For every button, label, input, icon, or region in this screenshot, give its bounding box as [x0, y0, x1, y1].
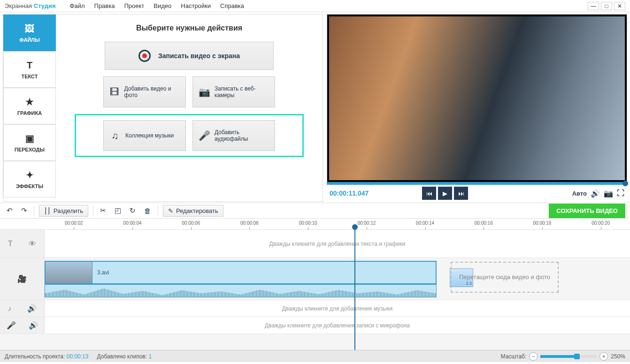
- timecode: 00:00:11.047: [330, 190, 369, 197]
- camera-icon: 🎥: [17, 274, 27, 283]
- panel-title: Выберите нужные действия: [75, 24, 304, 32]
- split-button[interactable]: ⎮⎮ Разделить: [39, 205, 88, 217]
- layers-icon: ▣: [25, 133, 34, 144]
- clip-thumbnail: [46, 262, 92, 283]
- snapshot-icon[interactable]: 📷: [604, 189, 613, 198]
- ruler-tick: 00:00:10: [279, 219, 338, 229]
- delete-icon[interactable]: 🗑: [142, 207, 153, 215]
- rotate-icon[interactable]: ↻: [128, 206, 138, 215]
- video-track-body[interactable]: 3.avi 2.0 Перетащите сюда видео и фото: [45, 258, 630, 300]
- ruler-tick: 00:00:12: [338, 219, 396, 229]
- menu-edit[interactable]: Правка: [90, 2, 120, 9]
- duration-label: Длительность проекта: 00:00:13: [5, 353, 88, 360]
- music-collection-button[interactable]: ♫ Коллекция музыки: [103, 120, 186, 151]
- music-track-body[interactable]: Дважды кликните для добавления музыки: [45, 300, 630, 317]
- separator: [158, 205, 158, 216]
- music-track-hint: Дважды кликните для добавления музыки: [45, 305, 630, 312]
- auto-label[interactable]: Авто: [572, 190, 587, 197]
- volume-icon[interactable]: 🔊: [27, 304, 37, 313]
- ruler-tick: 00:00:20: [571, 219, 630, 229]
- maximize-button[interactable]: □: [601, 2, 612, 10]
- undo-icon[interactable]: ↶: [5, 206, 15, 215]
- menu-help[interactable]: Справка: [215, 2, 249, 9]
- sidebar-tab-effects[interactable]: ✦ ЭФФЕКТЫ: [3, 161, 56, 197]
- redo-icon[interactable]: ↷: [19, 206, 29, 215]
- visibility-icon[interactable]: 👁: [29, 240, 36, 248]
- image-icon: 🖼: [25, 23, 34, 34]
- sidebar-label: ФАЙЛЫ: [19, 37, 39, 43]
- record-screen-button[interactable]: Записать видео с экрана: [105, 42, 274, 70]
- video-preview[interactable]: [327, 14, 627, 182]
- text-track-body[interactable]: Дважды кликните для добавления текста и …: [45, 230, 630, 258]
- audio-label: Добавить аудиофайлы: [215, 129, 269, 142]
- separator: [93, 205, 93, 216]
- text-track-hint: Дважды кликните для добавления текста и …: [45, 241, 630, 247]
- zoom-slider[interactable]: [540, 355, 597, 358]
- edit-button[interactable]: ✎ Редактировать: [163, 205, 223, 217]
- zoom-label: Масштаб:: [501, 353, 527, 360]
- sidebar-tab-graphics[interactable]: ★ ГРАФИКА: [3, 88, 56, 124]
- sidebar-label: ТЕКСТ: [21, 74, 38, 79]
- time-ruler[interactable]: 00:00:02 00:00:04 00:00:06 00:00:08 00:0…: [0, 219, 630, 230]
- wand-icon: ✦: [26, 169, 34, 181]
- play-button[interactable]: ▶: [438, 187, 452, 200]
- menu-project[interactable]: Проект: [119, 2, 149, 9]
- record-label: Записать видео с экрана: [158, 52, 240, 60]
- highlighted-group: ♫ Коллекция музыки 🎤 Добавить аудиофайлы: [75, 114, 304, 157]
- sidebar-tab-files[interactable]: 🖼 ФАЙЛЫ: [3, 15, 56, 51]
- cut-icon[interactable]: ✂: [98, 206, 108, 215]
- ruler-tick: 00:00:14: [396, 219, 454, 229]
- timeline: T 👁 Дважды кликните для добавления текст…: [0, 230, 630, 350]
- menu-bar: Экранная Студия Файл Правка Проект Видео…: [0, 0, 630, 12]
- film-icon: 🎞: [109, 87, 120, 98]
- clip-waveform[interactable]: [45, 284, 437, 297]
- add-media-button[interactable]: 🎞 Добавить видео и фото: [103, 76, 186, 107]
- clips-label: Добавлено клипов: 1: [97, 353, 152, 360]
- playback-progress[interactable]: [327, 182, 627, 185]
- menu-settings[interactable]: Настройки: [176, 2, 215, 9]
- music-track: ♪ 🔊 Дважды кликните для добавления музык…: [0, 300, 630, 317]
- clips-label-text: Добавлено клипов:: [97, 353, 147, 360]
- minimize-button[interactable]: —: [588, 2, 599, 10]
- sidebar-tab-text[interactable]: T ТЕКСТ: [3, 51, 56, 88]
- left-pane: 🖼 ФАЙЛЫ T ТЕКСТ ★ ГРАФИКА ▣ ПЕРЕХОДЫ ✦ Э…: [3, 14, 323, 202]
- playhead[interactable]: [354, 230, 355, 350]
- separator: [34, 205, 34, 216]
- star-icon: ★: [25, 96, 34, 107]
- webcam-button[interactable]: 📷 Записать с веб-камеры: [192, 76, 275, 107]
- close-button[interactable]: ✕: [614, 2, 625, 10]
- volume-icon[interactable]: 🔊: [591, 189, 600, 198]
- zoom-in-button[interactable]: +: [599, 352, 608, 361]
- duration-label-text: Длительность проекта:: [5, 353, 65, 360]
- menu-file[interactable]: Файл: [65, 2, 90, 9]
- preview-pane: 00:00:11.047 ⏮ ▶ ⏭ Авто 🔊 📷 ⛶: [327, 14, 627, 202]
- clip-filename: 3.avi: [92, 269, 109, 276]
- next-frame-button[interactable]: ⏭: [454, 187, 468, 200]
- sidebar-tab-transitions[interactable]: ▣ ПЕРЕХОДЫ: [3, 124, 56, 161]
- webcam-label: Записать с веб-камеры: [215, 85, 269, 99]
- duration-value: 00:00:13: [67, 353, 89, 360]
- edit-label: Редактировать: [176, 207, 218, 214]
- zoom-value: 250%: [611, 353, 625, 360]
- menu-video[interactable]: Видео: [149, 2, 176, 9]
- prev-frame-button[interactable]: ⏮: [422, 187, 436, 200]
- sidebar: 🖼 ФАЙЛЫ T ТЕКСТ ★ ГРАФИКА ▣ ПЕРЕХОДЫ ✦ Э…: [3, 15, 56, 201]
- volume-icon[interactable]: 🔊: [29, 321, 38, 330]
- split-label: Разделить: [54, 207, 83, 214]
- video-dropzone[interactable]: Перетащите сюда видео и фото: [451, 262, 559, 293]
- sidebar-label: ГРАФИКА: [17, 110, 42, 116]
- save-video-button[interactable]: СОХРАНИТЬ ВИДЕО: [549, 204, 625, 218]
- video-clip[interactable]: 3.avi 2.0: [45, 261, 437, 284]
- ruler-tick: 00:00:08: [220, 219, 279, 229]
- crop-icon[interactable]: ◰: [113, 206, 123, 215]
- add-audio-button[interactable]: 🎤 Добавить аудиофайлы: [192, 120, 275, 151]
- microphone-icon: 🎤: [199, 130, 210, 141]
- ruler-tick: 00:00:18: [513, 219, 572, 229]
- brand-part-b: Студия: [34, 2, 56, 9]
- ruler-tick: 00:00:06: [161, 219, 220, 229]
- fullscreen-icon[interactable]: ⛶: [617, 189, 624, 197]
- mic-track-body[interactable]: Дважды кликните для добавления записи с …: [45, 317, 630, 334]
- record-icon: [138, 50, 151, 62]
- window-controls: — □ ✕: [588, 2, 625, 10]
- zoom-out-button[interactable]: −: [529, 352, 538, 361]
